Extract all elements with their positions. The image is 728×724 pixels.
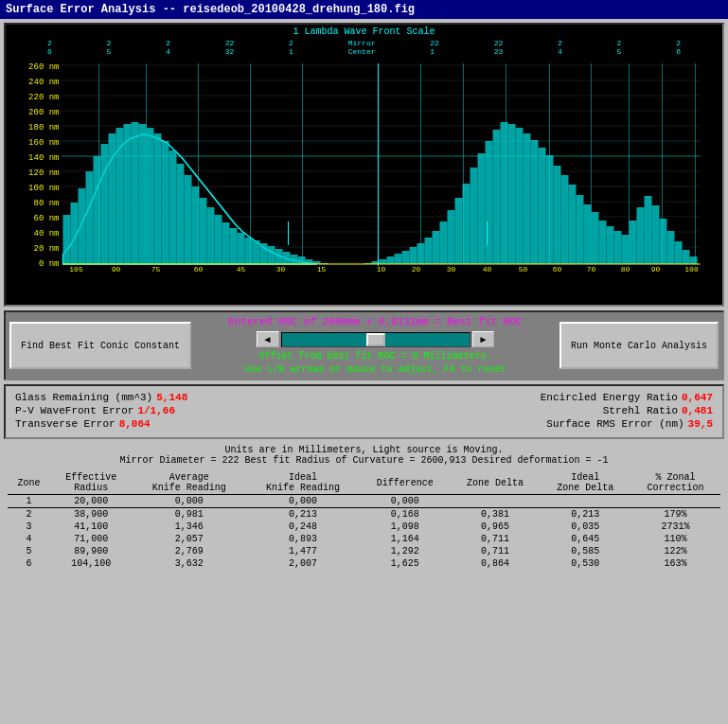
zone-marker-8: 24 <box>558 39 562 56</box>
cell-zone-delta: 0,381 <box>450 508 540 521</box>
svg-rect-63 <box>215 215 222 264</box>
cell-ideal-knife: 0,000 <box>246 495 360 508</box>
roc-text: Entered ROC of 2600mm + 0,9131mm = Best … <box>201 316 550 327</box>
find-best-fit-button[interactable]: Find Best Fit Conic Constant <box>9 322 191 369</box>
svg-rect-52 <box>132 122 139 264</box>
cell-zone: 4 <box>8 533 50 545</box>
svg-rect-43 <box>63 215 71 264</box>
title-bar: Surface Error Analysis -- reisedeob_2010… <box>0 0 728 19</box>
hint-text: Use L/R arrows or mouse to adjust, F4 to… <box>201 364 550 375</box>
svg-text:40 nm: 40 nm <box>33 229 59 238</box>
svg-text:90: 90 <box>112 265 121 274</box>
svg-text:30: 30 <box>276 265 286 274</box>
table-row: 2 38,900 0,981 0,213 0,168 0,381 0,213 1… <box>8 508 720 521</box>
svg-rect-74 <box>298 256 306 264</box>
svg-rect-57 <box>169 150 177 264</box>
svg-rect-68 <box>253 240 260 264</box>
svg-text:160 nm: 160 nm <box>28 138 59 148</box>
stats-row-1: Glass Remaining (mm^3) 5,148 Encircled E… <box>15 392 713 403</box>
svg-rect-81 <box>387 256 395 264</box>
svg-text:20 nm: 20 nm <box>33 244 59 254</box>
cell-radius: 89,900 <box>50 545 133 557</box>
col-ideal-zone-delta: IdealZone Delta <box>541 471 630 495</box>
svg-rect-120 <box>683 250 690 264</box>
surface-rms-stat: Surface RMS Error (nm) 39,5 <box>546 418 713 430</box>
zone-marker-2: 25 <box>107 39 112 56</box>
svg-rect-106 <box>577 195 584 264</box>
table-row: 4 71,000 2,057 0,893 1,164 0,711 0,645 1… <box>8 533 720 545</box>
table-row: 5 89,900 2,769 1,477 1,292 0,711 0,585 1… <box>8 545 720 557</box>
cell-zone-delta <box>450 495 540 508</box>
zone-marker-3: 24 <box>166 39 170 56</box>
strehl-ratio-value: 0,481 <box>682 405 713 416</box>
cell-avg-knife: 0,981 <box>133 508 246 521</box>
svg-rect-93 <box>478 153 486 264</box>
svg-rect-101 <box>539 148 546 264</box>
svg-rect-82 <box>395 254 402 264</box>
svg-rect-88 <box>440 221 448 264</box>
title-text: Surface Error Analysis -- reisedeob_2010… <box>6 3 415 16</box>
svg-text:80 nm: 80 nm <box>33 199 59 208</box>
col-diff: Difference <box>360 471 450 495</box>
svg-rect-49 <box>109 133 116 264</box>
svg-rect-115 <box>645 196 652 264</box>
cell-diff: 1,292 <box>360 545 450 557</box>
svg-rect-96 <box>501 122 508 264</box>
control-panel: Find Best Fit Conic Constant Entered ROC… <box>4 310 724 380</box>
svg-rect-45 <box>79 188 86 264</box>
info-bar: Units are in Millimeters, Light source i… <box>4 445 724 466</box>
zone-marker-6: 221 <box>430 39 439 56</box>
svg-rect-80 <box>380 259 387 264</box>
svg-rect-59 <box>185 175 192 264</box>
svg-rect-85 <box>417 243 425 264</box>
svg-rect-75 <box>306 259 313 264</box>
slider-right-arrow[interactable]: ► <box>472 331 495 347</box>
svg-rect-112 <box>622 235 630 264</box>
cell-zone-delta: 0,711 <box>450 545 540 557</box>
svg-text:100: 100 <box>684 265 699 274</box>
slider-thumb[interactable] <box>366 333 385 346</box>
chart-svg: 260 nm 240 nm 220 nm 200 nm 180 nm 160 n… <box>6 56 722 274</box>
svg-text:20: 20 <box>412 265 421 274</box>
col-radius: EffectiveRadius <box>50 471 133 495</box>
col-ideal-knife: IdealKnife Reading <box>246 471 360 495</box>
svg-text:120 nm: 120 nm <box>28 168 59 178</box>
svg-rect-65 <box>230 228 238 264</box>
run-monte-carlo-button[interactable]: Run Monte Carlo Analysis <box>559 322 719 369</box>
slider-track[interactable] <box>281 332 471 347</box>
transverse-error-value: 8,064 <box>119 418 151 430</box>
stats-panel: Glass Remaining (mm^3) 5,148 Encircled E… <box>4 384 724 439</box>
svg-text:90: 90 <box>651 265 661 274</box>
zone-marker-7: 2223 <box>494 39 504 56</box>
cell-correction: 163% <box>630 557 720 570</box>
cell-avg-knife: 1,346 <box>133 521 246 533</box>
svg-text:105: 105 <box>69 265 83 274</box>
svg-rect-86 <box>425 238 433 264</box>
svg-rect-54 <box>147 128 154 264</box>
svg-rect-111 <box>614 231 622 264</box>
svg-rect-51 <box>124 124 132 264</box>
glass-remaining-label: Glass Remaining (mm^3) <box>15 392 152 403</box>
svg-text:50: 50 <box>519 265 528 274</box>
cell-zone: 1 <box>8 495 50 508</box>
table-row: 1 20,000 0,000 0,000 0,000 <box>8 495 720 508</box>
svg-rect-61 <box>200 198 207 264</box>
center-info: Entered ROC of 2600mm + 0,9131mm = Best … <box>191 316 559 375</box>
cell-ideal-zone-delta: 0,213 <box>541 508 630 521</box>
cell-zone-delta: 0,711 <box>450 533 540 545</box>
encircled-energy-stat: Encircled Energy Ratio 0,647 <box>541 392 713 403</box>
svg-text:40: 40 <box>483 265 492 274</box>
svg-rect-67 <box>245 238 253 264</box>
cell-ideal-zone-delta: 0,035 <box>541 521 630 533</box>
svg-rect-109 <box>599 221 607 264</box>
strehl-ratio-stat: Strehl Ratio 0,481 <box>603 405 713 416</box>
svg-text:240 nm: 240 nm <box>28 78 59 87</box>
slider-left-arrow[interactable]: ◄ <box>257 331 279 347</box>
cell-avg-knife: 3,632 <box>133 557 246 570</box>
cell-correction: 122% <box>630 545 720 557</box>
svg-rect-53 <box>139 124 147 264</box>
svg-text:60 nm: 60 nm <box>33 214 59 223</box>
stats-row-3: Transverse Error 8,064 Surface RMS Error… <box>15 418 713 430</box>
svg-text:80: 80 <box>621 265 630 274</box>
mirror-center-label: MirrorCenter <box>348 39 376 56</box>
